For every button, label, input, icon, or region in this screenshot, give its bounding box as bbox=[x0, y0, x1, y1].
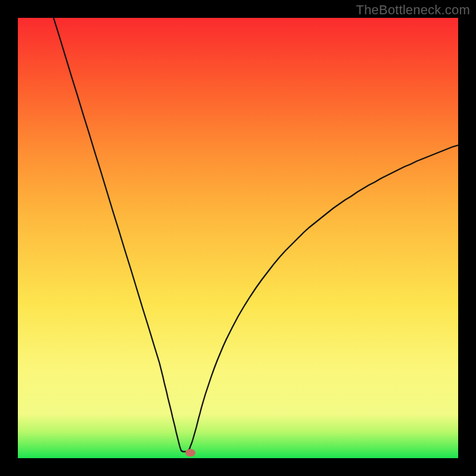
optimal-point-marker bbox=[186, 449, 196, 457]
watermark-text: TheBottleneck.com bbox=[356, 2, 470, 18]
curve-path bbox=[54, 18, 458, 452]
chart-frame: TheBottleneck.com bbox=[0, 0, 476, 476]
bottleneck-curve bbox=[18, 18, 458, 458]
